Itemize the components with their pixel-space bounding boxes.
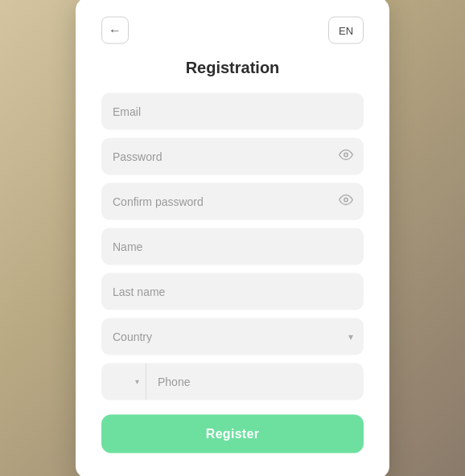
email-field-wrapper xyxy=(101,93,364,130)
country-select[interactable]: Country xyxy=(101,318,364,355)
password-field-wrapper xyxy=(101,138,364,175)
last-name-input[interactable] xyxy=(101,273,364,310)
password-input[interactable] xyxy=(101,138,364,175)
back-button[interactable]: ← xyxy=(101,17,129,44)
page-title: Registration xyxy=(101,59,364,77)
password-toggle-icon[interactable] xyxy=(339,148,353,166)
last-name-field-wrapper xyxy=(101,273,364,310)
phone-code-wrapper: ▾ xyxy=(101,363,146,400)
back-icon: ← xyxy=(109,23,121,38)
confirm-password-field-wrapper xyxy=(101,183,364,220)
registration-modal: ← EN Registration xyxy=(76,0,389,476)
language-label: EN xyxy=(339,24,353,36)
registration-form: Country ▾ ▾ xyxy=(101,93,364,400)
language-button[interactable]: EN xyxy=(328,17,364,44)
svg-point-1 xyxy=(344,198,348,202)
register-label: Register xyxy=(206,427,259,441)
name-field-wrapper xyxy=(101,228,364,265)
svg-point-0 xyxy=(344,153,348,157)
phone-input[interactable] xyxy=(146,363,364,400)
confirm-password-toggle-icon[interactable] xyxy=(339,193,353,211)
phone-row: ▾ xyxy=(101,363,364,400)
modal-header: ← EN xyxy=(101,17,364,44)
phone-code-select[interactable] xyxy=(109,375,139,388)
register-button[interactable]: Register xyxy=(101,415,364,453)
name-input[interactable] xyxy=(101,228,364,265)
email-input[interactable] xyxy=(101,93,364,130)
confirm-password-input[interactable] xyxy=(101,183,364,220)
country-field-wrapper: Country ▾ xyxy=(101,318,364,355)
